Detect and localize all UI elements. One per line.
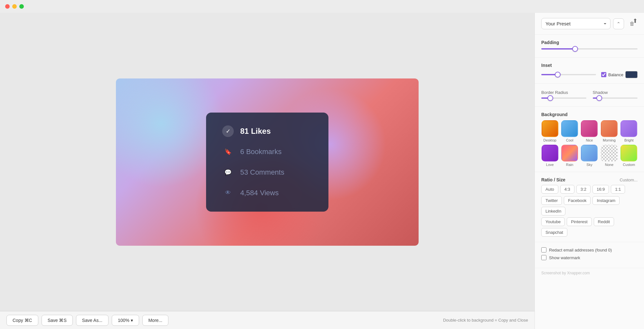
padding-label: Padding <box>541 40 638 45</box>
comments-icon: 💬 <box>222 167 234 178</box>
close-button[interactable] <box>5 4 10 9</box>
bg-cool-wrap: Cool <box>561 120 578 142</box>
shadow-thumb[interactable] <box>596 95 602 101</box>
redact-label: Redact email addresses (found 0) <box>549 248 612 252</box>
likes-icon: ✓ <box>222 125 234 137</box>
more-button[interactable]: More... <box>142 315 169 326</box>
social-linkedin[interactable]: LinkedIn <box>541 207 565 215</box>
bg-rain-wrap: Rain <box>561 145 578 167</box>
canvas-area: ✓ 81 Likes 🔖 6 Bookmarks 💬 <box>0 13 535 329</box>
social-twitter[interactable]: Twitter <box>541 196 562 205</box>
border-radius-thumb[interactable] <box>547 95 553 101</box>
likes-text: 81 Likes <box>240 127 271 136</box>
padding-slider-thumb[interactable] <box>572 46 578 52</box>
ratio-auto[interactable]: Auto <box>541 185 558 194</box>
preset-select[interactable]: Your Preset <box>541 18 611 29</box>
zoom-button[interactable]: 100% ▾ <box>112 315 139 326</box>
likes-row: ✓ 81 Likes <box>222 125 312 137</box>
social-snapchat[interactable]: Snapchat <box>541 228 567 237</box>
bg-custom-swatch[interactable] <box>620 145 637 161</box>
balance-label: Balance <box>608 72 623 77</box>
bg-nice-swatch[interactable] <box>581 120 598 137</box>
social-facebook[interactable]: Facebook <box>564 196 591 205</box>
inset-label: Inset <box>541 63 638 68</box>
bg-sky-wrap: Sky <box>581 145 598 167</box>
social-pinterest[interactable]: Pinterest <box>567 217 592 226</box>
bg-desktop-swatch[interactable] <box>542 120 558 137</box>
background-section: Background Desktop Cool Nice Morning <box>535 107 644 172</box>
border-shadow-section: Border Radius Shadow <box>535 84 644 107</box>
views-row: 👁 4,584 Views <box>222 187 312 199</box>
bg-cool-swatch[interactable] <box>561 120 578 137</box>
ratio-4-3[interactable]: 4:3 <box>560 185 574 194</box>
comments-row: 💬 53 Comments <box>222 167 312 178</box>
ratio-16-9[interactable]: 16:9 <box>592 185 609 194</box>
bg-morning-wrap: Morning <box>601 120 618 142</box>
shadow-slider-track[interactable] <box>593 97 638 99</box>
canvas-container[interactable]: ✓ 81 Likes 🔖 6 Bookmarks 💬 <box>0 13 535 311</box>
padding-section: Padding <box>535 35 644 58</box>
social-options-row1: Twitter Facebook Instagram LinkedIn <box>541 196 638 215</box>
ratio-1-1[interactable]: 1:1 <box>611 185 625 194</box>
balance-checkbox[interactable] <box>601 72 606 77</box>
bg-morning-swatch[interactable] <box>601 120 618 137</box>
comments-text: 53 Comments <box>240 168 284 177</box>
bg-bright-wrap: Bright <box>620 120 638 142</box>
title-bar <box>0 0 644 13</box>
two-col-row: Border Radius Shadow <box>541 90 638 101</box>
bookmarks-icon: 🔖 <box>222 146 234 158</box>
bg-custom-label: Custom <box>623 163 635 167</box>
bg-desktop-label: Desktop <box>544 138 556 142</box>
bg-nice-label: Nice <box>586 138 593 142</box>
stats-card: ✓ 81 Likes 🔖 6 Bookmarks 💬 <box>206 113 328 212</box>
watermark-checkbox[interactable] <box>541 255 546 260</box>
preset-row: Your Preset ⌃ 🗑 ⬆ <box>535 13 644 35</box>
inset-slider-thumb[interactable] <box>555 72 561 78</box>
border-radius-slider-track[interactable] <box>541 97 586 99</box>
bg-bright-label: Bright <box>624 138 634 142</box>
bg-morning-label: Morning <box>603 138 616 142</box>
bg-bright-swatch[interactable] <box>620 120 637 137</box>
inset-row: Balance <box>541 71 638 78</box>
bg-rain-label: Rain <box>566 163 573 167</box>
bookmarks-text: 6 Bookmarks <box>240 148 281 156</box>
watermark-row: Show watermark <box>541 255 638 260</box>
bg-love-wrap: Love <box>541 145 558 167</box>
color-swatch[interactable] <box>625 71 638 78</box>
bg-sky-label: Sky <box>586 163 592 167</box>
maximize-button[interactable] <box>19 4 24 9</box>
chevron-icon: ⌃ <box>617 21 620 26</box>
bg-love-swatch[interactable] <box>542 145 558 161</box>
padding-slider-track[interactable] <box>541 48 638 50</box>
social-instagram[interactable]: Instagram <box>592 196 620 205</box>
bg-none-label: None <box>605 163 613 167</box>
ratio-custom-button[interactable]: Custom... <box>620 178 638 182</box>
ratio-label: Ratio / Size <box>541 177 617 182</box>
chevron-down-icon: ▾ <box>131 318 133 323</box>
export-icon[interactable]: ⬆ <box>633 17 638 24</box>
ratio-3-2[interactable]: 3:2 <box>576 185 591 194</box>
copy-button[interactable]: Copy ⌘C <box>6 315 38 326</box>
minimize-button[interactable] <box>12 4 17 9</box>
bg-none-swatch[interactable] <box>601 145 618 161</box>
hint-text: Double-click to background = Copy and Cl… <box>443 318 528 323</box>
balance-row: Balance <box>601 71 638 78</box>
social-youtube[interactable]: Youtube <box>541 217 565 226</box>
ratio-options: Auto 4:3 3:2 16:9 1:1 <box>541 185 638 194</box>
bg-rain-swatch[interactable] <box>561 145 578 161</box>
border-radius-label: Border Radius <box>541 90 586 95</box>
preset-chevron-button[interactable]: ⌃ <box>613 18 624 29</box>
views-text: 4,584 Views <box>240 189 279 197</box>
bg-sky-swatch[interactable] <box>581 145 598 161</box>
inset-slider-track[interactable] <box>541 74 596 75</box>
redact-row: Redact email addresses (found 0) <box>541 247 638 252</box>
redact-checkbox[interactable] <box>541 247 546 252</box>
views-icon: 👁 <box>222 187 234 199</box>
bg-custom-wrap: Custom <box>620 145 638 167</box>
social-reddit[interactable]: Reddit <box>594 217 614 226</box>
background-image[interactable]: ✓ 81 Likes 🔖 6 Bookmarks 💬 <box>116 78 419 246</box>
save-button[interactable]: Save ⌘S <box>42 315 73 326</box>
bg-cool-label: Cool <box>566 138 573 142</box>
save-as-button[interactable]: Save As... <box>76 315 109 326</box>
inset-slider-wrap <box>541 71 596 78</box>
